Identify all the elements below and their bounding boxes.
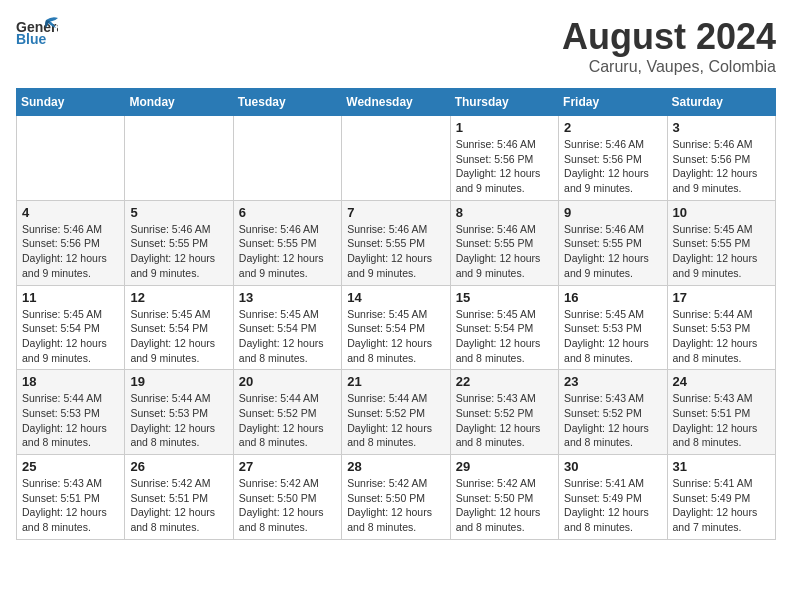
calendar-week-row: 18Sunrise: 5:44 AMSunset: 5:53 PMDayligh…	[17, 370, 776, 455]
svg-text:Blue: Blue	[16, 31, 47, 46]
calendar-cell: 11Sunrise: 5:45 AMSunset: 5:54 PMDayligh…	[17, 285, 125, 370]
day-number: 23	[564, 374, 661, 389]
calendar-cell: 17Sunrise: 5:44 AMSunset: 5:53 PMDayligh…	[667, 285, 775, 370]
day-info: Sunrise: 5:44 AMSunset: 5:53 PMDaylight:…	[130, 391, 227, 450]
day-info: Sunrise: 5:45 AMSunset: 5:54 PMDaylight:…	[456, 307, 553, 366]
calendar-cell: 10Sunrise: 5:45 AMSunset: 5:55 PMDayligh…	[667, 200, 775, 285]
day-number: 10	[673, 205, 770, 220]
day-number: 13	[239, 290, 336, 305]
weekday-header-tuesday: Tuesday	[233, 89, 341, 116]
calendar-cell: 9Sunrise: 5:46 AMSunset: 5:55 PMDaylight…	[559, 200, 667, 285]
day-number: 8	[456, 205, 553, 220]
weekday-header-sunday: Sunday	[17, 89, 125, 116]
weekday-header-saturday: Saturday	[667, 89, 775, 116]
calendar-cell: 27Sunrise: 5:42 AMSunset: 5:50 PMDayligh…	[233, 455, 341, 540]
calendar-cell: 3Sunrise: 5:46 AMSunset: 5:56 PMDaylight…	[667, 116, 775, 201]
day-number: 2	[564, 120, 661, 135]
day-info: Sunrise: 5:45 AMSunset: 5:54 PMDaylight:…	[347, 307, 444, 366]
day-number: 11	[22, 290, 119, 305]
day-number: 20	[239, 374, 336, 389]
day-number: 19	[130, 374, 227, 389]
day-number: 27	[239, 459, 336, 474]
page-header: General Blue August 2024 Caruru, Vaupes,…	[16, 16, 776, 76]
day-info: Sunrise: 5:45 AMSunset: 5:54 PMDaylight:…	[130, 307, 227, 366]
calendar-cell: 31Sunrise: 5:41 AMSunset: 5:49 PMDayligh…	[667, 455, 775, 540]
weekday-header-monday: Monday	[125, 89, 233, 116]
calendar-cell: 4Sunrise: 5:46 AMSunset: 5:56 PMDaylight…	[17, 200, 125, 285]
calendar-cell: 30Sunrise: 5:41 AMSunset: 5:49 PMDayligh…	[559, 455, 667, 540]
day-number: 16	[564, 290, 661, 305]
day-info: Sunrise: 5:45 AMSunset: 5:54 PMDaylight:…	[239, 307, 336, 366]
calendar-cell: 5Sunrise: 5:46 AMSunset: 5:55 PMDaylight…	[125, 200, 233, 285]
calendar-cell: 2Sunrise: 5:46 AMSunset: 5:56 PMDaylight…	[559, 116, 667, 201]
calendar-cell: 7Sunrise: 5:46 AMSunset: 5:55 PMDaylight…	[342, 200, 450, 285]
day-info: Sunrise: 5:46 AMSunset: 5:55 PMDaylight:…	[347, 222, 444, 281]
weekday-header-row: SundayMondayTuesdayWednesdayThursdayFrid…	[17, 89, 776, 116]
day-info: Sunrise: 5:46 AMSunset: 5:55 PMDaylight:…	[456, 222, 553, 281]
calendar-cell	[233, 116, 341, 201]
day-info: Sunrise: 5:45 AMSunset: 5:53 PMDaylight:…	[564, 307, 661, 366]
calendar-table: SundayMondayTuesdayWednesdayThursdayFrid…	[16, 88, 776, 540]
calendar-cell: 26Sunrise: 5:42 AMSunset: 5:51 PMDayligh…	[125, 455, 233, 540]
day-info: Sunrise: 5:46 AMSunset: 5:55 PMDaylight:…	[239, 222, 336, 281]
weekday-header-wednesday: Wednesday	[342, 89, 450, 116]
calendar-cell: 19Sunrise: 5:44 AMSunset: 5:53 PMDayligh…	[125, 370, 233, 455]
calendar-cell: 28Sunrise: 5:42 AMSunset: 5:50 PMDayligh…	[342, 455, 450, 540]
day-info: Sunrise: 5:42 AMSunset: 5:50 PMDaylight:…	[239, 476, 336, 535]
weekday-header-thursday: Thursday	[450, 89, 558, 116]
day-info: Sunrise: 5:42 AMSunset: 5:51 PMDaylight:…	[130, 476, 227, 535]
calendar-cell: 8Sunrise: 5:46 AMSunset: 5:55 PMDaylight…	[450, 200, 558, 285]
day-number: 31	[673, 459, 770, 474]
day-info: Sunrise: 5:45 AMSunset: 5:54 PMDaylight:…	[22, 307, 119, 366]
calendar-cell: 16Sunrise: 5:45 AMSunset: 5:53 PMDayligh…	[559, 285, 667, 370]
calendar-cell: 1Sunrise: 5:46 AMSunset: 5:56 PMDaylight…	[450, 116, 558, 201]
day-info: Sunrise: 5:44 AMSunset: 5:53 PMDaylight:…	[673, 307, 770, 366]
calendar-cell: 25Sunrise: 5:43 AMSunset: 5:51 PMDayligh…	[17, 455, 125, 540]
calendar-cell: 14Sunrise: 5:45 AMSunset: 5:54 PMDayligh…	[342, 285, 450, 370]
day-number: 1	[456, 120, 553, 135]
calendar-cell	[125, 116, 233, 201]
day-number: 26	[130, 459, 227, 474]
day-info: Sunrise: 5:43 AMSunset: 5:52 PMDaylight:…	[564, 391, 661, 450]
day-info: Sunrise: 5:46 AMSunset: 5:56 PMDaylight:…	[564, 137, 661, 196]
calendar-week-row: 4Sunrise: 5:46 AMSunset: 5:56 PMDaylight…	[17, 200, 776, 285]
calendar-cell: 22Sunrise: 5:43 AMSunset: 5:52 PMDayligh…	[450, 370, 558, 455]
calendar-cell: 15Sunrise: 5:45 AMSunset: 5:54 PMDayligh…	[450, 285, 558, 370]
calendar-cell: 12Sunrise: 5:45 AMSunset: 5:54 PMDayligh…	[125, 285, 233, 370]
day-info: Sunrise: 5:41 AMSunset: 5:49 PMDaylight:…	[673, 476, 770, 535]
calendar-week-row: 11Sunrise: 5:45 AMSunset: 5:54 PMDayligh…	[17, 285, 776, 370]
day-number: 14	[347, 290, 444, 305]
page-subtitle: Caruru, Vaupes, Colombia	[562, 58, 776, 76]
day-info: Sunrise: 5:42 AMSunset: 5:50 PMDaylight:…	[347, 476, 444, 535]
day-info: Sunrise: 5:44 AMSunset: 5:52 PMDaylight:…	[239, 391, 336, 450]
title-section: August 2024 Caruru, Vaupes, Colombia	[562, 16, 776, 76]
day-info: Sunrise: 5:46 AMSunset: 5:55 PMDaylight:…	[564, 222, 661, 281]
calendar-cell: 20Sunrise: 5:44 AMSunset: 5:52 PMDayligh…	[233, 370, 341, 455]
day-number: 4	[22, 205, 119, 220]
day-info: Sunrise: 5:46 AMSunset: 5:55 PMDaylight:…	[130, 222, 227, 281]
calendar-cell	[17, 116, 125, 201]
day-info: Sunrise: 5:42 AMSunset: 5:50 PMDaylight:…	[456, 476, 553, 535]
day-number: 9	[564, 205, 661, 220]
day-number: 17	[673, 290, 770, 305]
page-title: August 2024	[562, 16, 776, 58]
calendar-cell: 29Sunrise: 5:42 AMSunset: 5:50 PMDayligh…	[450, 455, 558, 540]
day-info: Sunrise: 5:46 AMSunset: 5:56 PMDaylight:…	[456, 137, 553, 196]
day-info: Sunrise: 5:43 AMSunset: 5:52 PMDaylight:…	[456, 391, 553, 450]
calendar-week-row: 1Sunrise: 5:46 AMSunset: 5:56 PMDaylight…	[17, 116, 776, 201]
day-number: 7	[347, 205, 444, 220]
calendar-cell: 18Sunrise: 5:44 AMSunset: 5:53 PMDayligh…	[17, 370, 125, 455]
day-info: Sunrise: 5:46 AMSunset: 5:56 PMDaylight:…	[673, 137, 770, 196]
day-number: 24	[673, 374, 770, 389]
calendar-week-row: 25Sunrise: 5:43 AMSunset: 5:51 PMDayligh…	[17, 455, 776, 540]
calendar-cell: 13Sunrise: 5:45 AMSunset: 5:54 PMDayligh…	[233, 285, 341, 370]
day-number: 25	[22, 459, 119, 474]
day-info: Sunrise: 5:41 AMSunset: 5:49 PMDaylight:…	[564, 476, 661, 535]
weekday-header-friday: Friday	[559, 89, 667, 116]
logo: General Blue	[16, 16, 58, 46]
day-info: Sunrise: 5:43 AMSunset: 5:51 PMDaylight:…	[22, 476, 119, 535]
logo-icon: General Blue	[16, 16, 58, 46]
day-number: 28	[347, 459, 444, 474]
day-info: Sunrise: 5:43 AMSunset: 5:51 PMDaylight:…	[673, 391, 770, 450]
calendar-cell: 6Sunrise: 5:46 AMSunset: 5:55 PMDaylight…	[233, 200, 341, 285]
